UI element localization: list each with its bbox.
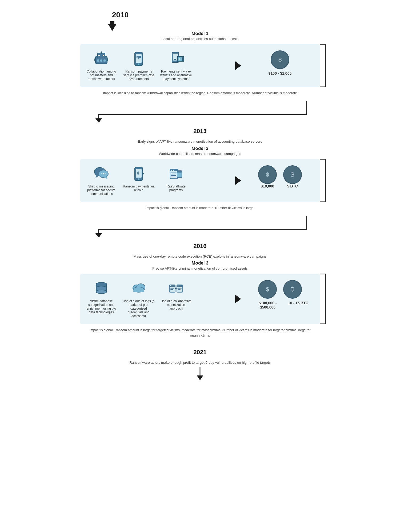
svg-rect-58 [133,290,144,292]
svg-rect-54 [106,284,107,292]
svg-marker-37 [142,173,145,175]
model-1-section: Model 1 Local and regional capabilities … [80,31,320,96]
year-2013: 2013 [80,128,320,135]
svg-marker-24 [95,118,102,122]
model-2-section: Model 2 Worldwide capabilities, mass ran… [80,146,320,211]
collab-icon [167,280,185,297]
model-2-box: Shift to messaging platforms for secure … [80,159,320,202]
model-1-box: Collaboration among bot masters and rans… [80,44,320,87]
icon-item-collab: Use of a collaborative monetization appr… [160,280,192,318]
svg-rect-53 [96,284,97,292]
icon-item-bitcoin-phone: ₿ Ransom payments via bitcoin [123,165,155,196]
transition-2013: 2013 Early signs of APT-like ransomware … [80,101,320,146]
connector-right-1 [320,44,328,87]
model-2-payment: $ $10,000 ₿ 5 BTC [245,165,315,190]
svg-rect-46 [171,175,176,176]
ewallet-icon: $ [167,50,185,67]
icon-item-database: Victim database categorization and enric… [85,280,117,318]
coin-dollar-3: $ [258,280,277,299]
model-1-items: Collaboration among bot masters and rans… [85,50,231,81]
arrow-right-model1 [235,61,241,70]
model-3-coins: $ ₿ [258,280,302,299]
model-3-impact: Impact is global. Ransom amount is large… [80,324,320,338]
svg-rect-45 [171,174,175,174]
robot-icon [93,50,110,67]
arrow-down-2010 [108,21,117,31]
svg-rect-61 [170,285,171,286]
svg-rect-67 [170,288,174,289]
svg-rect-9 [103,59,106,62]
transition-note-2016: Mass use of one-day remote code executio… [134,254,267,259]
svg-rect-7 [97,59,99,62]
model-1-impact: Impact is localized to ransom withdrawal… [98,87,302,96]
model-3-section: Model 3 Precise APT-like criminal moneti… [80,261,320,338]
model-2-items: Shift to messaging platforms for secure … [85,165,231,196]
svg-point-31 [105,173,106,174]
svg-rect-35 [138,168,140,168]
model-2-impact: Impact is global. Ransom amount is moder… [140,202,260,211]
svg-rect-8 [100,59,102,62]
svg-text:₿: ₿ [137,171,139,175]
coin-dollar-2: $ [258,165,277,184]
coin-dollar-1: $ [271,50,289,69]
svg-point-3 [98,55,100,56]
connector-svg-2016 [85,216,315,237]
svg-point-14 [138,63,139,65]
svg-point-52 [96,290,107,294]
arrow-down-2021 [196,367,204,380]
svg-point-4 [103,55,104,56]
arrow-right-model3 [235,295,241,303]
transition-note-2013: Early signs of APT-like ransomware monet… [138,139,262,144]
raas-icon [167,165,185,182]
svg-marker-72 [197,375,203,380]
model-3-box: Victim database categorization and enric… [80,274,320,324]
icon-item-cloud: Use of cloud of logs (a market of pre-ca… [123,280,155,318]
svg-point-6 [101,51,102,53]
coin-btc-2: ₿ [283,165,302,184]
transition-2021: 2021 Ransomware actors make enough profi… [80,343,320,380]
icon-item-robot: Collaboration among bot masters and rans… [85,50,117,81]
icon-item-raas: RaaS affiliate programs [160,165,192,196]
svg-rect-41 [173,170,174,171]
svg-rect-68 [170,289,173,290]
icon-item-chat: Shift to messaging platforms for secure … [85,165,117,196]
model-2-coins: $ $10,000 ₿ 5 BTC [258,165,302,188]
year-2010: 2010 [96,11,129,31]
svg-rect-64 [178,285,178,286]
svg-rect-44 [171,173,177,173]
svg-rect-15 [138,53,140,53]
coin-btc-3: ₿ [283,280,302,299]
svg-point-30 [103,173,104,174]
svg-text:$: $ [179,58,181,61]
icon-item-ewallet: $ Payments sent via e-wallets and altern… [160,50,192,81]
database-icon [93,280,110,297]
svg-point-19 [174,59,176,60]
svg-marker-26 [95,175,99,178]
year-2021: 2021 [80,349,320,356]
main-container: 2010 Model 1 Local and regional capabili… [80,11,320,521]
icon-item-phone-sms: $ Ransom payments sent via premium-rate … [123,50,155,81]
cloud-icon [130,280,147,297]
year-2016: 2016 [80,243,320,250]
svg-rect-10 [94,58,95,61]
svg-point-29 [101,173,102,174]
svg-rect-70 [178,289,181,290]
svg-point-34 [138,178,139,180]
bitcoin-phone-icon: ₿ [130,165,147,182]
model-3-items: Victim database categorization and enric… [85,280,231,318]
svg-rect-43 [177,171,182,173]
model-1-payment: $ $100 - $1,000 [245,50,315,75]
connector-right-2 [320,159,328,202]
svg-text:$: $ [137,56,138,58]
svg-rect-69 [178,288,182,289]
model-1-coins: $ [271,50,289,69]
arrow-right-model2 [235,176,241,185]
svg-rect-40 [171,170,172,171]
connector-svg-2013 [85,101,315,122]
svg-rect-11 [107,58,108,61]
model-3-payment: $ ₿ $100,000 - $500,000 10 - 15 BTC [245,280,315,309]
svg-marker-0 [108,21,117,31]
connector-right-3 [320,274,328,324]
phone-sms-icon: $ [130,50,147,67]
transition-note-2021: Ransomware actors make enough profit to … [129,360,271,365]
